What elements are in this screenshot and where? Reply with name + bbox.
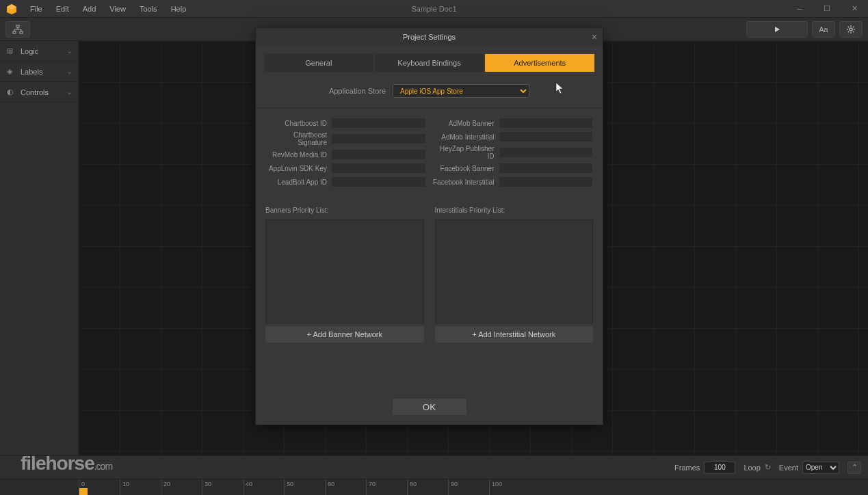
ruler-tick[interactable]: 90 — [448, 479, 489, 495]
chevron-down-icon: ⌄ — [66, 46, 73, 55]
menu-view[interactable]: View — [103, 5, 133, 13]
menu-tools[interactable]: Tools — [133, 5, 164, 13]
ok-button[interactable]: OK — [393, 399, 466, 415]
chartboost-signature-input[interactable] — [331, 133, 426, 144]
dialog-title: Project Settings — [403, 33, 456, 41]
minimize-button[interactable]: ─ — [786, 0, 813, 18]
ruler-tick[interactable]: 0 — [79, 479, 120, 495]
menu-bar: File Edit Add View Tools Help Sample Doc… — [0, 0, 868, 18]
ruler-tick[interactable]: 30 — [202, 479, 243, 495]
ruler-tick[interactable]: 20 — [161, 479, 202, 495]
hierarchy-icon — [12, 25, 23, 34]
chartboost-signature-label: Chartboost Signature — [265, 131, 331, 146]
interstitials-priority-label: Interstitials Priority List: — [435, 206, 594, 214]
close-window-button[interactable]: ✕ — [841, 0, 868, 18]
ruler-tick[interactable]: 100 — [489, 479, 530, 495]
frames-input[interactable] — [704, 461, 735, 474]
sidebar-item-labels[interactable]: ◈ Labels ⌄ — [0, 62, 78, 82]
heyzap-publisher-id-label: HeyZap Publisher ID — [433, 145, 499, 160]
leadbolt-app-id-label: LeadBolt App ID — [265, 178, 331, 186]
labels-icon: ◈ — [7, 67, 16, 76]
svg-rect-3 — [13, 31, 16, 34]
loop-label: Loop — [744, 464, 760, 472]
interstitials-priority-list[interactable] — [435, 219, 594, 323]
play-button[interactable] — [746, 21, 808, 38]
tab-keyboard-bindings[interactable]: Keyboard Bindings — [375, 54, 484, 72]
logic-icon: ⊞ — [7, 46, 16, 55]
sidebar: ⊞ Logic ⌄ ◈ Labels ⌄ ◐ Controls ⌄ — [0, 41, 79, 455]
document-title: Sample Doc1 — [411, 5, 456, 13]
ruler-tick[interactable]: 10 — [120, 479, 161, 495]
applovin-sdk-key-input[interactable] — [331, 163, 426, 174]
chevron-down-icon: ⌄ — [66, 88, 73, 96]
banners-priority-list[interactable] — [265, 219, 424, 323]
hierarchy-button[interactable] — [5, 21, 30, 38]
font-button[interactable]: Aa — [812, 21, 835, 38]
facebook-banner-label: Facebook Banner — [433, 165, 499, 172]
dialog-header: Project Settings × — [256, 28, 603, 46]
ruler-tick[interactable]: 50 — [284, 479, 325, 495]
svg-rect-4 — [20, 31, 23, 34]
sidebar-item-label: Logic — [21, 47, 38, 55]
sidebar-item-logic[interactable]: ⊞ Logic ⌄ — [0, 41, 78, 62]
svg-rect-2 — [16, 25, 19, 27]
app-logo-icon — [5, 3, 18, 15]
timeline-ruler[interactable]: 0102030405060708090100 — [0, 479, 868, 495]
window-controls: ─ ☐ ✕ — [786, 0, 868, 18]
project-settings-dialog: Project Settings × General Keyboard Bind… — [255, 27, 603, 425]
gear-icon — [846, 25, 856, 34]
admob-interstitial-label: AdMob Interstitial — [433, 133, 499, 141]
event-select[interactable]: Open — [802, 461, 839, 474]
admob-banner-input[interactable] — [499, 118, 594, 129]
admob-interstitial-input[interactable] — [499, 131, 594, 142]
timeline-marker[interactable] — [79, 488, 88, 495]
settings-button[interactable] — [839, 21, 863, 38]
sidebar-item-label: Labels — [21, 68, 42, 76]
application-store-select[interactable]: Apple iOS App Store — [393, 84, 529, 98]
menu-edit[interactable]: Edit — [49, 5, 76, 13]
revmob-media-id-input[interactable] — [331, 149, 426, 160]
admob-banner-label: AdMob Banner — [433, 120, 499, 127]
menu-add[interactable]: Add — [76, 5, 103, 13]
sidebar-item-label: Controls — [21, 88, 49, 96]
facebook-banner-input[interactable] — [499, 163, 594, 174]
application-store-label: Application Store — [329, 87, 386, 95]
revmob-media-id-label: RevMob Media ID — [265, 151, 331, 159]
maximize-button[interactable]: ☐ — [813, 0, 841, 18]
menu-file[interactable]: File — [23, 5, 49, 13]
svg-marker-9 — [775, 27, 780, 32]
facebook-interstitial-label: Facebook Interstitial — [433, 178, 499, 186]
chevron-down-icon: ⌄ — [66, 67, 73, 76]
divider — [256, 107, 603, 108]
facebook-interstitial-input[interactable] — [499, 176, 594, 187]
svg-point-10 — [850, 28, 852, 31]
ruler-tick[interactable]: 80 — [407, 479, 448, 495]
leadbolt-app-id-input[interactable] — [331, 176, 426, 187]
controls-icon: ◐ — [7, 88, 16, 96]
watermark: filehorse.com — [21, 453, 112, 474]
dialog-close-button[interactable]: × — [592, 31, 597, 42]
timeline-bar: Frames Loop ↻ Event Open ⌃ — [0, 455, 868, 479]
ruler-tick[interactable]: 70 — [366, 479, 407, 495]
applovin-sdk-key-label: AppLovin SDK Key — [265, 165, 331, 172]
play-icon — [774, 26, 780, 33]
add-banner-network-button[interactable]: + Add Banner Network — [265, 326, 424, 343]
frames-label: Frames — [674, 464, 700, 472]
tab-advertisements[interactable]: Advertisements — [485, 54, 594, 72]
menu-help[interactable]: Help — [164, 5, 194, 13]
banners-priority-label: Banners Priority List: — [265, 206, 424, 214]
heyzap-publisher-id-input[interactable] — [499, 147, 594, 158]
ruler-tick[interactable]: 60 — [325, 479, 366, 495]
collapse-timeline-button[interactable]: ⌃ — [847, 461, 861, 474]
add-interstitial-network-button[interactable]: + Add Interstitial Network — [435, 326, 594, 343]
sidebar-item-controls[interactable]: ◐ Controls ⌄ — [0, 82, 78, 103]
loop-icon[interactable]: ↻ — [765, 463, 771, 472]
ruler-tick[interactable]: 40 — [243, 479, 284, 495]
chartboost-id-label: Chartboost ID — [265, 120, 331, 127]
tab-general[interactable]: General — [264, 54, 373, 72]
event-label: Event — [779, 464, 798, 472]
chartboost-id-input[interactable] — [331, 118, 426, 129]
